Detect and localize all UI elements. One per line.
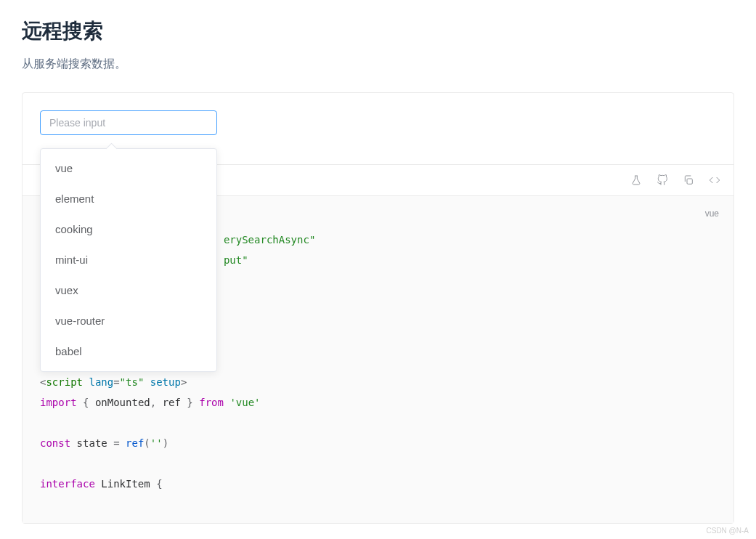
demo-container: vue element cooking mint-ui vuex vue-rou… bbox=[22, 92, 734, 524]
autocomplete-option[interactable]: vuex bbox=[41, 275, 216, 306]
code-icon[interactable] bbox=[709, 174, 720, 186]
section-title: 远程搜索 bbox=[22, 17, 734, 45]
autocomplete-dropdown: vue element cooking mint-ui vuex vue-rou… bbox=[40, 148, 217, 372]
code-language-label: vue bbox=[705, 203, 719, 224]
github-icon[interactable] bbox=[657, 174, 668, 186]
copy-icon[interactable] bbox=[683, 174, 694, 186]
autocomplete-option[interactable]: cooking bbox=[41, 214, 216, 245]
autocomplete-option[interactable]: vue-router bbox=[41, 306, 216, 336]
section-description: 从服务端搜索数据。 bbox=[22, 57, 734, 72]
autocomplete-option[interactable]: mint-ui bbox=[41, 245, 216, 275]
demo-preview: vue element cooking mint-ui vuex vue-rou… bbox=[23, 93, 733, 164]
autocomplete-option[interactable]: babel bbox=[41, 336, 216, 367]
autocomplete-option[interactable]: element bbox=[41, 184, 216, 214]
flask-icon[interactable] bbox=[630, 174, 642, 186]
watermark: CSDN @N-A bbox=[707, 527, 749, 535]
svg-rect-0 bbox=[687, 179, 692, 184]
autocomplete-input[interactable] bbox=[40, 110, 217, 135]
autocomplete-option[interactable]: vue bbox=[41, 153, 216, 184]
